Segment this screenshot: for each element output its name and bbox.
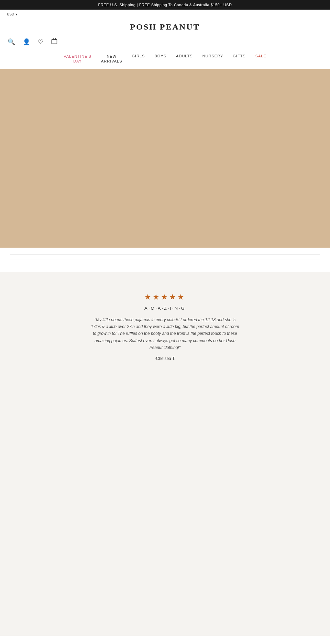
top-banner: FREE U.S. Shipping | FREE Shipping To Ca… [0, 0, 330, 10]
header: POSH PEANUT [0, 19, 330, 37]
nav-item-boys[interactable]: BOYS [155, 53, 167, 65]
logo[interactable]: POSH PEANUT [130, 22, 200, 32]
essentials-section: ESSENTIALS REIMAGINED Our Mission To rem… [0, 636, 330, 644]
main-nav: VALENTINE'SDAY NEWARRIVALS GIRLS BOYS AD… [0, 49, 330, 69]
nav-item-nursery[interactable]: NURSERY [202, 53, 223, 65]
search-icon: 🔍 [8, 38, 15, 45]
icons-row: 🔍 👤 ♡ [0, 37, 330, 46]
nav-item-girls[interactable]: GIRLS [132, 53, 145, 65]
nav-item-new-arrivals[interactable]: NEWARRIVALS [101, 53, 122, 65]
banner-text: FREE U.S. Shipping | FREE Shipping To Ca… [98, 3, 232, 7]
review-stars: ★★★★★ [7, 293, 323, 302]
currency-selector[interactable]: USD ▾ [7, 12, 17, 16]
account-button[interactable]: 👤 [22, 38, 31, 46]
search-button[interactable]: 🔍 [7, 38, 16, 46]
currency-label: USD [7, 12, 14, 16]
review-section: ★★★★★ A·M·A·Z·I·N·G "My little needs the… [0, 272, 330, 382]
divider-1 [10, 255, 320, 255]
nav-item-adults[interactable]: ADULTS [176, 53, 193, 65]
nav-item-sale[interactable]: SALE [255, 53, 266, 65]
cart-button[interactable] [50, 37, 58, 46]
hero-image [0, 69, 330, 248]
heart-icon: ♡ [38, 38, 43, 45]
product-grid-area [0, 382, 330, 636]
cart-icon [51, 39, 58, 46]
svg-rect-0 [52, 39, 57, 44]
nav-item-valentines-day[interactable]: VALENTINE'SDAY [64, 53, 91, 65]
review-text: "My little needs these pajamas in every … [89, 316, 241, 351]
review-author: -Chelsea T. [7, 356, 323, 361]
nav-item-gifts[interactable]: GIFTS [233, 53, 245, 65]
wishlist-button[interactable]: ♡ [37, 38, 44, 46]
divider-2 [10, 260, 320, 260]
review-title: A·M·A·Z·I·N·G [7, 306, 323, 311]
currency-chevron: ▾ [15, 12, 17, 16]
dividers-section [0, 248, 330, 272]
currency-bar: USD ▾ [0, 10, 330, 19]
account-icon: 👤 [23, 38, 30, 45]
divider-3 [10, 265, 320, 265]
